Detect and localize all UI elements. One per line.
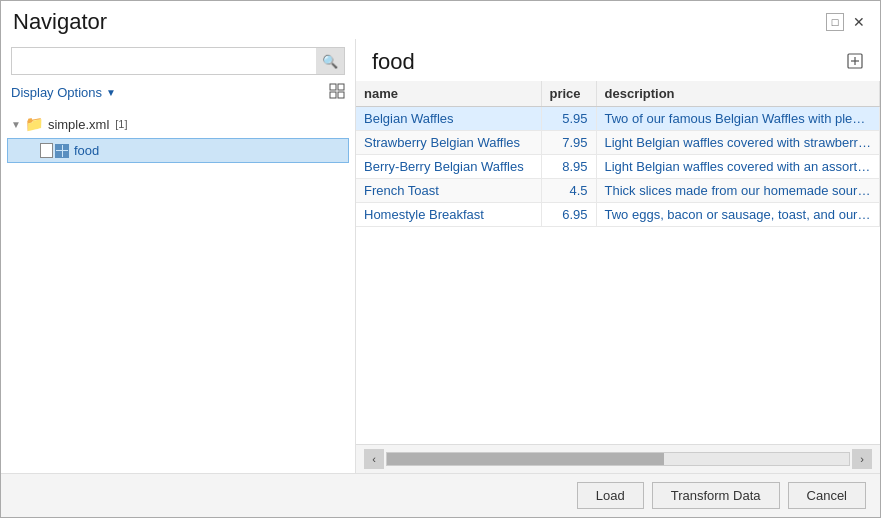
cell-description: Light Belgian waffles covered with an as…: [596, 155, 880, 179]
col-header-name: name: [356, 81, 541, 107]
grid-cell: [56, 145, 62, 151]
table-row: Strawberry Belgian Waffles7.95Light Belg…: [356, 131, 880, 155]
transform-data-button[interactable]: Transform Data: [652, 482, 780, 509]
data-table: name price description Belgian Waffles5.…: [356, 81, 880, 227]
cell-name: Belgian Waffles: [356, 107, 541, 131]
cell-price: 5.95: [541, 107, 596, 131]
table-row: Berry-Berry Belgian Waffles8.95Light Bel…: [356, 155, 880, 179]
cell-name: Berry-Berry Belgian Waffles: [356, 155, 541, 179]
cell-name: Homestyle Breakfast: [356, 203, 541, 227]
export-icon-button[interactable]: [846, 52, 864, 73]
minimize-button[interactable]: □: [826, 13, 844, 31]
cell-description: Two of our famous Belgian Waffles with p…: [596, 107, 880, 131]
display-options-bar: Display Options ▼: [1, 81, 355, 108]
scrollbar-thumb[interactable]: [387, 453, 664, 465]
cell-description: Light Belgian waffles covered with straw…: [596, 131, 880, 155]
table-body: Belgian Waffles5.95Two of our famous Bel…: [356, 107, 880, 227]
right-panel-title: food: [372, 49, 415, 75]
table-row: Belgian Waffles5.95Two of our famous Bel…: [356, 107, 880, 131]
load-button[interactable]: Load: [577, 482, 644, 509]
table-row: Homestyle Breakfast6.95Two eggs, bacon o…: [356, 203, 880, 227]
cell-description: Thick slices made from our homemade sour…: [596, 179, 880, 203]
display-options-button[interactable]: Display Options ▼: [11, 85, 116, 100]
svg-rect-2: [330, 92, 336, 98]
cell-description: Two eggs, bacon or sausage, toast, and o…: [596, 203, 880, 227]
svg-rect-3: [338, 92, 344, 98]
tree-area: ▼ 📁 simple.xml [1] food: [1, 108, 355, 473]
tree-parent-badge: [1]: [115, 118, 127, 130]
nav-settings-icon[interactable]: [329, 83, 345, 102]
svg-rect-0: [330, 84, 336, 90]
search-button[interactable]: 🔍: [316, 48, 344, 74]
scrollbar-track[interactable]: [386, 452, 850, 466]
title-bar: Navigator □ ✕: [1, 1, 880, 39]
right-panel: food name price description: [356, 39, 880, 473]
scroll-right-button[interactable]: ›: [852, 449, 872, 469]
doc-icon: [40, 143, 53, 158]
tree-node-parent[interactable]: ▼ 📁 simple.xml [1]: [1, 112, 355, 136]
col-header-description: description: [596, 81, 880, 107]
grid-icon: [55, 144, 69, 158]
expand-arrow-icon: ▼: [11, 119, 21, 130]
cell-name: French Toast: [356, 179, 541, 203]
footer: Load Transform Data Cancel: [1, 473, 880, 517]
cell-price: 8.95: [541, 155, 596, 179]
dialog-title: Navigator: [13, 9, 107, 35]
svg-rect-1: [338, 84, 344, 90]
data-table-container: name price description Belgian Waffles5.…: [356, 81, 880, 444]
table-header-row: name price description: [356, 81, 880, 107]
folder-icon: 📁: [25, 115, 44, 133]
table-icon: [40, 143, 69, 158]
col-header-price: price: [541, 81, 596, 107]
search-bar: 🔍: [11, 47, 345, 75]
grid-cell: [63, 151, 69, 157]
table-row: French Toast4.5Thick slices made from ou…: [356, 179, 880, 203]
cell-price: 6.95: [541, 203, 596, 227]
close-button[interactable]: ✕: [850, 13, 868, 31]
display-options-label: Display Options: [11, 85, 102, 100]
title-bar-controls: □ ✕: [826, 13, 868, 31]
tree-parent-label: simple.xml: [48, 117, 109, 132]
tree-node-child[interactable]: food: [7, 138, 349, 163]
cancel-button[interactable]: Cancel: [788, 482, 866, 509]
grid-cell: [56, 151, 62, 157]
grid-cell: [63, 145, 69, 151]
right-header: food: [356, 39, 880, 81]
cell-price: 7.95: [541, 131, 596, 155]
tree-child-label: food: [74, 143, 99, 158]
chevron-down-icon: ▼: [106, 87, 116, 98]
scroll-left-button[interactable]: ‹: [364, 449, 384, 469]
left-panel: 🔍 Display Options ▼ ▼ 📁 simple.x: [1, 39, 356, 473]
cell-name: Strawberry Belgian Waffles: [356, 131, 541, 155]
search-input[interactable]: [12, 50, 316, 73]
main-content: 🔍 Display Options ▼ ▼ 📁 simple.x: [1, 39, 880, 473]
cell-price: 4.5: [541, 179, 596, 203]
horizontal-scrollbar: ‹ ›: [356, 444, 880, 473]
